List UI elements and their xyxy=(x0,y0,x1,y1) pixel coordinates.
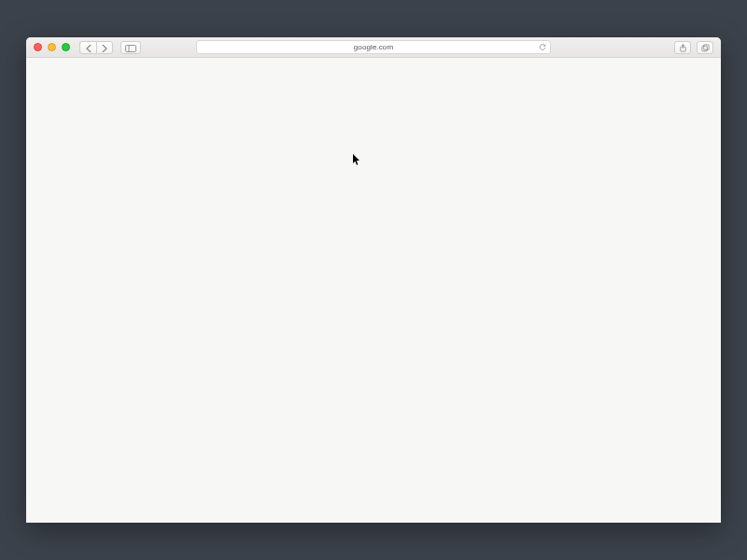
toolbar-right-controls xyxy=(674,41,713,54)
show-tabs-button[interactable] xyxy=(697,41,713,54)
mouse-cursor xyxy=(353,153,361,170)
share-button[interactable] xyxy=(674,41,691,54)
browser-toolbar: google.com xyxy=(26,37,721,58)
window-controls xyxy=(34,43,70,51)
chevron-right-icon xyxy=(102,39,107,56)
svg-rect-4 xyxy=(701,46,706,50)
share-icon xyxy=(679,39,687,56)
page-content xyxy=(26,58,721,523)
maximize-window-button[interactable] xyxy=(62,43,70,51)
back-button[interactable] xyxy=(79,41,96,54)
sidebar-icon xyxy=(125,39,136,56)
url-text: google.com xyxy=(354,43,393,51)
address-bar[interactable]: google.com xyxy=(196,40,551,54)
nav-button-group xyxy=(79,41,113,54)
forward-button[interactable] xyxy=(96,41,113,54)
svg-rect-5 xyxy=(703,44,708,49)
chevron-left-icon xyxy=(86,39,92,56)
minimize-window-button[interactable] xyxy=(48,43,56,51)
browser-window: google.com xyxy=(26,37,721,523)
show-sidebar-button[interactable] xyxy=(120,41,141,54)
tabs-icon xyxy=(701,39,710,56)
reload-button[interactable] xyxy=(539,44,546,51)
svg-rect-0 xyxy=(126,45,136,51)
close-window-button[interactable] xyxy=(34,43,42,51)
